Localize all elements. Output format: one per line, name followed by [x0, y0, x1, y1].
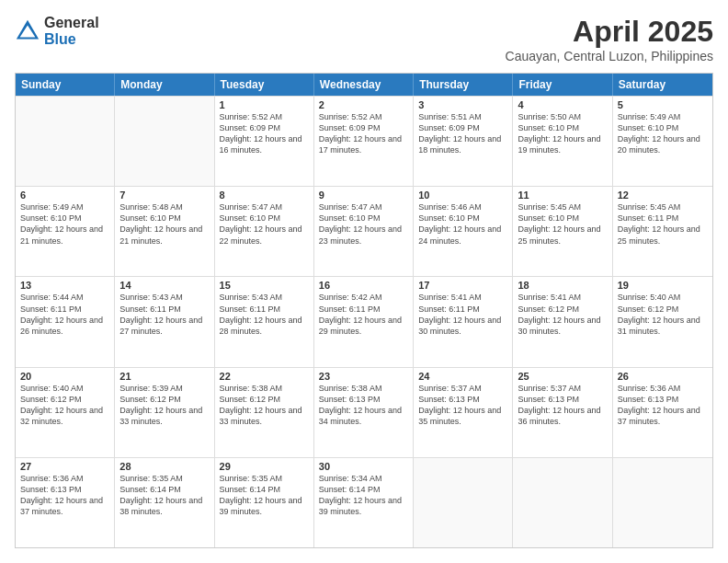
cell-info: Sunrise: 5:50 AMSunset: 6:10 PMDaylight:… [518, 111, 607, 156]
cell-info: Sunrise: 5:35 AMSunset: 6:14 PMDaylight:… [119, 473, 209, 518]
day-number: 24 [418, 371, 507, 382]
calendar-cell: 16Sunrise: 5:42 AMSunset: 6:11 PMDayligh… [314, 277, 414, 366]
calendar-cell: 27Sunrise: 5:36 AMSunset: 6:13 PMDayligh… [16, 458, 115, 547]
calendar-header-day: Wednesday [314, 74, 414, 96]
calendar-cell [613, 458, 712, 547]
calendar-cell: 24Sunrise: 5:37 AMSunset: 6:13 PMDayligh… [414, 368, 513, 457]
calendar-header-day: Sunday [16, 74, 115, 96]
cell-info: Sunrise: 5:39 AMSunset: 6:12 PMDaylight:… [119, 383, 209, 428]
cell-info: Sunrise: 5:37 AMSunset: 6:13 PMDaylight:… [418, 383, 507, 428]
calendar-row: 13Sunrise: 5:44 AMSunset: 6:11 PMDayligh… [16, 276, 712, 366]
day-number: 27 [20, 461, 109, 472]
calendar-cell: 23Sunrise: 5:38 AMSunset: 6:13 PMDayligh… [314, 368, 414, 457]
day-number: 10 [418, 190, 507, 201]
calendar-cell: 10Sunrise: 5:46 AMSunset: 6:10 PMDayligh… [414, 187, 513, 276]
calendar-cell: 1Sunrise: 5:52 AMSunset: 6:09 PMDaylight… [215, 97, 314, 186]
day-number: 30 [319, 461, 408, 472]
cell-info: Sunrise: 5:35 AMSunset: 6:14 PMDaylight:… [220, 473, 309, 518]
cell-info: Sunrise: 5:40 AMSunset: 6:12 PMDaylight:… [618, 292, 708, 337]
calendar-row: 6Sunrise: 5:49 AMSunset: 6:10 PMDaylight… [16, 186, 712, 276]
day-number: 28 [119, 461, 209, 472]
title-section: April 2025 Cauayan, Central Luzon, Phili… [506, 15, 713, 63]
month-title: April 2025 [506, 15, 713, 49]
cell-info: Sunrise: 5:36 AMSunset: 6:13 PMDaylight:… [618, 383, 708, 428]
day-number: 25 [518, 371, 607, 382]
cell-info: Sunrise: 5:49 AMSunset: 6:10 PMDaylight:… [20, 201, 109, 247]
day-number: 18 [518, 280, 607, 291]
calendar-cell: 4Sunrise: 5:50 AMSunset: 6:10 PMDaylight… [513, 97, 612, 186]
cell-info: Sunrise: 5:47 AMSunset: 6:10 PMDaylight:… [319, 201, 408, 247]
day-number: 1 [220, 99, 309, 110]
calendar-cell: 26Sunrise: 5:36 AMSunset: 6:13 PMDayligh… [613, 368, 712, 457]
calendar-cell: 25Sunrise: 5:37 AMSunset: 6:13 PMDayligh… [513, 368, 612, 457]
cell-info: Sunrise: 5:52 AMSunset: 6:09 PMDaylight:… [220, 111, 309, 156]
day-number: 6 [20, 190, 109, 201]
day-number: 22 [220, 371, 309, 382]
calendar-cell: 18Sunrise: 5:41 AMSunset: 6:12 PMDayligh… [513, 277, 612, 366]
day-number: 20 [20, 371, 109, 382]
logo-icon [15, 18, 40, 44]
calendar-cell: 11Sunrise: 5:45 AMSunset: 6:10 PMDayligh… [513, 187, 612, 276]
location: Cauayan, Central Luzon, Philippines [506, 49, 713, 63]
calendar-cell: 22Sunrise: 5:38 AMSunset: 6:12 PMDayligh… [215, 368, 314, 457]
cell-info: Sunrise: 5:45 AMSunset: 6:11 PMDaylight:… [618, 201, 708, 247]
calendar-header: SundayMondayTuesdayWednesdayThursdayFrid… [16, 74, 712, 96]
header: General Blue April 2025 Cauayan, Central… [15, 15, 713, 63]
calendar-cell: 2Sunrise: 5:52 AMSunset: 6:09 PMDaylight… [314, 97, 414, 186]
calendar-row: 1Sunrise: 5:52 AMSunset: 6:09 PMDaylight… [16, 96, 712, 186]
calendar-cell: 5Sunrise: 5:49 AMSunset: 6:10 PMDaylight… [613, 97, 712, 186]
cell-info: Sunrise: 5:47 AMSunset: 6:10 PMDaylight:… [220, 201, 309, 247]
calendar-header-day: Thursday [414, 74, 513, 96]
calendar-header-day: Tuesday [215, 74, 314, 96]
calendar-row: 20Sunrise: 5:40 AMSunset: 6:12 PMDayligh… [16, 367, 712, 457]
cell-info: Sunrise: 5:42 AMSunset: 6:11 PMDaylight:… [319, 292, 408, 337]
calendar-cell: 12Sunrise: 5:45 AMSunset: 6:11 PMDayligh… [613, 187, 712, 276]
logo: General Blue [15, 15, 99, 47]
day-number: 19 [618, 280, 708, 291]
day-number: 12 [618, 190, 708, 201]
calendar-cell: 7Sunrise: 5:48 AMSunset: 6:10 PMDaylight… [115, 187, 214, 276]
calendar-cell: 21Sunrise: 5:39 AMSunset: 6:12 PMDayligh… [115, 368, 214, 457]
day-number: 8 [220, 190, 309, 201]
day-number: 4 [518, 99, 607, 110]
cell-info: Sunrise: 5:44 AMSunset: 6:11 PMDaylight:… [20, 292, 109, 337]
calendar-cell: 29Sunrise: 5:35 AMSunset: 6:14 PMDayligh… [215, 458, 314, 547]
calendar-cell [513, 458, 612, 547]
day-number: 26 [618, 371, 708, 382]
cell-info: Sunrise: 5:36 AMSunset: 6:13 PMDaylight:… [20, 473, 109, 518]
cell-info: Sunrise: 5:45 AMSunset: 6:10 PMDaylight:… [518, 201, 607, 247]
day-number: 5 [618, 99, 708, 110]
day-number: 13 [20, 280, 109, 291]
calendar-cell: 3Sunrise: 5:51 AMSunset: 6:09 PMDaylight… [414, 97, 513, 186]
cell-info: Sunrise: 5:43 AMSunset: 6:11 PMDaylight:… [119, 292, 209, 337]
calendar-header-day: Friday [513, 74, 612, 96]
calendar: SundayMondayTuesdayWednesdayThursdayFrid… [15, 73, 713, 548]
cell-info: Sunrise: 5:52 AMSunset: 6:09 PMDaylight:… [319, 111, 408, 156]
logo-text: General Blue [44, 15, 99, 47]
cell-info: Sunrise: 5:48 AMSunset: 6:10 PMDaylight:… [119, 201, 209, 247]
calendar-cell: 13Sunrise: 5:44 AMSunset: 6:11 PMDayligh… [16, 277, 115, 366]
day-number: 3 [418, 99, 507, 110]
calendar-cell: 15Sunrise: 5:43 AMSunset: 6:11 PMDayligh… [215, 277, 314, 366]
calendar-cell: 20Sunrise: 5:40 AMSunset: 6:12 PMDayligh… [16, 368, 115, 457]
calendar-row: 27Sunrise: 5:36 AMSunset: 6:13 PMDayligh… [16, 457, 712, 547]
cell-info: Sunrise: 5:38 AMSunset: 6:13 PMDaylight:… [319, 383, 408, 428]
calendar-cell [414, 458, 513, 547]
calendar-cell: 17Sunrise: 5:41 AMSunset: 6:11 PMDayligh… [414, 277, 513, 366]
calendar-cell [115, 97, 214, 186]
calendar-cell: 19Sunrise: 5:40 AMSunset: 6:12 PMDayligh… [613, 277, 712, 366]
calendar-cell: 9Sunrise: 5:47 AMSunset: 6:10 PMDaylight… [314, 187, 414, 276]
calendar-cell: 30Sunrise: 5:34 AMSunset: 6:14 PMDayligh… [314, 458, 414, 547]
page: General Blue April 2025 Cauayan, Central… [0, 0, 728, 563]
cell-info: Sunrise: 5:38 AMSunset: 6:12 PMDaylight:… [220, 383, 309, 428]
day-number: 21 [119, 371, 209, 382]
calendar-header-day: Saturday [613, 74, 712, 96]
logo-general: General [44, 15, 99, 31]
day-number: 29 [220, 461, 309, 472]
day-number: 15 [220, 280, 309, 291]
day-number: 7 [119, 190, 209, 201]
cell-info: Sunrise: 5:41 AMSunset: 6:12 PMDaylight:… [518, 292, 607, 337]
day-number: 23 [319, 371, 408, 382]
day-number: 14 [119, 280, 209, 291]
cell-info: Sunrise: 5:49 AMSunset: 6:10 PMDaylight:… [618, 111, 708, 156]
